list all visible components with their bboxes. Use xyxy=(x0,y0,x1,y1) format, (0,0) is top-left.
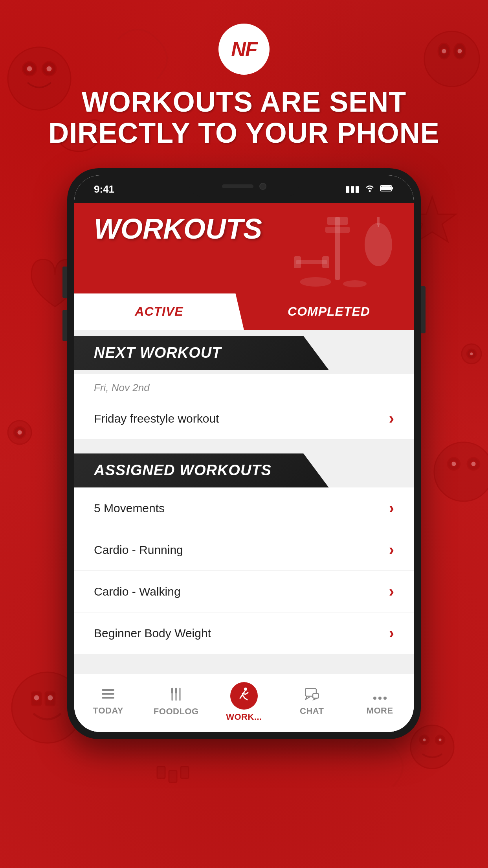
svg-rect-47 xyxy=(294,256,301,268)
nav-item-workout[interactable]: WORK... xyxy=(210,674,278,732)
list-item[interactable]: Beginner Body Weight › xyxy=(74,612,414,654)
next-workout-title: NEXT WORKOUT xyxy=(94,344,221,361)
nav-item-more[interactable]: MORE xyxy=(346,674,414,732)
status-bar: 9:41 ▮▮▮ xyxy=(74,175,414,203)
nav-item-foodlog[interactable]: FOODLOG xyxy=(142,674,210,732)
headline: WORKOUTS ARE SENT DIRECTLY TO YOUR PHONE xyxy=(0,86,488,149)
svg-rect-60 xyxy=(313,693,319,698)
svg-rect-41 xyxy=(327,217,348,225)
svg-rect-42 xyxy=(325,227,350,233)
screen-title: WORKOUTS xyxy=(94,213,262,245)
power-button xyxy=(421,286,426,333)
workout-icon xyxy=(237,687,251,704)
assigned-list: 5 Movements › Cardio - Running › Cardio … xyxy=(74,487,414,654)
list-item[interactable]: Cardio - Running › xyxy=(74,529,414,571)
svg-point-58 xyxy=(244,688,247,691)
svg-point-43 xyxy=(365,223,392,266)
status-icons: ▮▮▮ xyxy=(345,184,394,195)
assigned-header: ASSIGNED WORKOUTS xyxy=(74,447,414,487)
svg-point-62 xyxy=(378,697,382,700)
svg-rect-40 xyxy=(335,217,340,280)
top-section: NF WORKOUTS ARE SENT DIRECTLY TO YOUR PH… xyxy=(0,0,488,168)
logo-text: NF xyxy=(231,37,257,61)
svg-rect-30 xyxy=(169,771,177,782)
svg-point-37 xyxy=(369,190,371,192)
svg-rect-54 xyxy=(102,693,107,695)
svg-rect-39 xyxy=(381,186,391,190)
phone-frame: 9:41 ▮▮▮ xyxy=(67,168,421,739)
nav-label-chat: CHAT xyxy=(300,706,324,716)
next-workout-header: NEXT WORKOUT xyxy=(74,330,414,374)
chevron-right-icon: › xyxy=(389,410,394,427)
svg-rect-31 xyxy=(181,767,189,778)
more-icon xyxy=(373,689,387,703)
bottom-nav: TODAY FOODLOG xyxy=(74,674,414,732)
svg-rect-51 xyxy=(102,689,114,691)
svg-point-63 xyxy=(383,697,387,700)
tab-active[interactable]: ACTIVE xyxy=(74,293,244,330)
logo-container: NF xyxy=(218,24,270,75)
battery-icon xyxy=(380,184,394,194)
nav-item-today[interactable]: TODAY xyxy=(74,674,142,732)
tabs-container: ACTIVE COMPLETED xyxy=(74,293,414,330)
svg-point-49 xyxy=(300,277,331,287)
equipment-illustration xyxy=(257,205,406,293)
svg-rect-53 xyxy=(102,697,114,699)
section-header-next: NEXT WORKOUT xyxy=(74,336,329,370)
next-workout-item[interactable]: Friday freestyle workout › xyxy=(74,398,414,440)
section-header-assigned: ASSIGNED WORKOUTS xyxy=(74,453,329,487)
foodlog-icon xyxy=(170,688,182,704)
chevron-right-icon: › xyxy=(389,583,394,600)
phone-screen-content: WORKOUTS ACTIVE COMPLETED xyxy=(74,203,414,732)
speaker xyxy=(222,184,253,188)
nav-label-workout: WORK... xyxy=(226,712,262,722)
nav-label-foodlog: FOODLOG xyxy=(154,706,199,717)
status-time: 9:41 xyxy=(94,183,114,195)
screen-content-area: NEXT WORKOUT Fri, Nov 2nd Friday freesty… xyxy=(74,330,414,674)
volume-down-button xyxy=(62,310,67,341)
list-item[interactable]: Cardio - Walking › xyxy=(74,571,414,612)
phone-screen: 9:41 ▮▮▮ xyxy=(74,175,414,732)
chevron-right-icon: › xyxy=(389,624,394,642)
chat-icon xyxy=(305,688,319,704)
workout-date: Fri, Nov 2nd xyxy=(74,374,414,398)
svg-rect-44 xyxy=(377,217,380,225)
next-workout-section: NEXT WORKOUT Fri, Nov 2nd Friday freesty… xyxy=(74,330,414,440)
nav-item-chat[interactable]: CHAT xyxy=(278,674,346,732)
workout-item-name: 5 Movements xyxy=(94,502,165,515)
volume-up-button xyxy=(62,267,67,298)
chevron-right-icon: › xyxy=(389,541,394,559)
phone-wrapper: 9:41 ▮▮▮ xyxy=(0,168,488,739)
workout-item-name: Cardio - Walking xyxy=(94,585,181,598)
workout-item-name: Cardio - Running xyxy=(94,543,183,557)
signal-icon: ▮▮▮ xyxy=(345,184,360,194)
camera xyxy=(259,183,266,190)
svg-point-50 xyxy=(343,280,367,287)
today-icon xyxy=(101,688,115,703)
screen-header: WORKOUTS xyxy=(74,203,414,293)
svg-point-61 xyxy=(373,697,376,700)
chevron-right-icon: › xyxy=(389,499,394,517)
nav-label-more: MORE xyxy=(367,706,393,716)
tab-completed[interactable]: COMPLETED xyxy=(244,293,414,330)
notch xyxy=(189,175,299,197)
wifi-icon xyxy=(364,184,375,195)
svg-rect-48 xyxy=(322,256,329,268)
svg-rect-29 xyxy=(157,767,165,778)
nav-label-today: TODAY xyxy=(93,706,123,716)
nav-active-bg xyxy=(230,682,258,710)
assigned-workouts-section: ASSIGNED WORKOUTS 5 Movements › Cardio -… xyxy=(74,447,414,666)
assigned-workouts-title: ASSIGNED WORKOUTS xyxy=(94,462,272,478)
bottom-spacer xyxy=(74,654,414,666)
list-item[interactable]: 5 Movements › xyxy=(74,487,414,529)
next-workout-name: Friday freestyle workout xyxy=(94,412,219,425)
workout-item-name: Beginner Body Weight xyxy=(94,627,211,640)
